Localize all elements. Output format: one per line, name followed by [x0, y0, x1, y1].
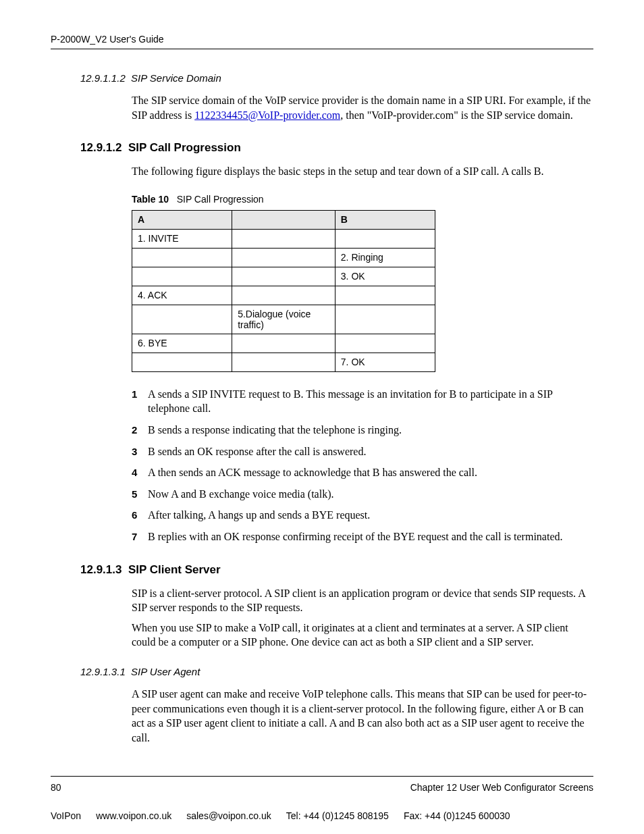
table-row: 7. OK — [132, 353, 435, 371]
cell — [335, 229, 435, 248]
cell — [132, 248, 232, 267]
list-item: B sends a response indicating that the t… — [132, 423, 593, 438]
para-client-server-2: When you use SIP to make a VoIP call, it… — [51, 621, 593, 650]
page-footer: 80 Chapter 12 User Web Configurator Scre… — [51, 776, 593, 793]
vendor-tel: Tel: +44 (0)1245 808195 — [286, 810, 389, 821]
list-item: B replies with an OK response confirming… — [132, 529, 593, 544]
list-item: B sends an OK response after the call is… — [132, 444, 593, 459]
heading-number: 12.9.1.1.2 — [80, 72, 126, 84]
page-number: 80 — [51, 782, 61, 793]
cell: 3. OK — [335, 267, 435, 286]
vendor-email: sales@voipon.co.uk — [186, 810, 271, 821]
list-item: After talking, A hangs up and sends a BY… — [132, 508, 593, 523]
table-row: 6. BYE — [132, 334, 435, 353]
para-client-server-1: SIP is a client-server protocol. A SIP c… — [51, 586, 593, 615]
table-header-row: A B — [132, 210, 435, 229]
list-item: A then sends an ACK message to acknowled… — [132, 465, 593, 480]
list-item: Now A and B exchange voice media (talk). — [132, 487, 593, 502]
cell — [232, 248, 336, 267]
cell — [232, 353, 336, 371]
vendor-fax: Fax: +44 (0)1245 600030 — [404, 810, 510, 821]
heading-text: SIP User Agent — [131, 666, 200, 677]
numbered-steps: A sends a SIP INVITE request to B. This … — [51, 387, 593, 544]
para-call-progression-intro: The following figure displays the basic … — [51, 164, 593, 179]
heading-sip-service-domain: 12.9.1.1.2 SIP Service Domain — [51, 72, 593, 84]
cell — [232, 229, 336, 248]
cell — [335, 305, 435, 334]
cell — [132, 305, 232, 334]
list-item: A sends a SIP INVITE request to B. This … — [132, 387, 593, 416]
cell: 5.Dialogue (voice traffic) — [232, 305, 336, 334]
heading-number: 12.9.1.3 — [80, 563, 122, 576]
col-b: B — [335, 210, 435, 229]
link-sip-address-example[interactable]: 1122334455@VoIP-provider.com — [194, 109, 340, 121]
heading-sip-client-server: 12.9.1.3 SIP Client Server — [51, 563, 593, 577]
table-sip-call-progression: A B 1. INVITE 2. Ringing 3. OK 4. ACK 5.… — [132, 210, 435, 372]
vendor-name: VoIPon — [51, 810, 81, 821]
heading-number: 12.9.1.2 — [80, 141, 122, 154]
table-row: 4. ACK — [132, 286, 435, 305]
cell — [232, 286, 336, 305]
cell — [232, 334, 336, 353]
cell: 7. OK — [335, 353, 435, 371]
running-header: P-2000W_V2 User's Guide — [51, 34, 593, 49]
cell: 6. BYE — [132, 334, 232, 353]
cell: 4. ACK — [132, 286, 232, 305]
vendor-url: www.voipon.co.uk — [96, 810, 171, 821]
heading-sip-user-agent: 12.9.1.3.1 SIP User Agent — [51, 666, 593, 677]
heading-text: SIP Service Domain — [131, 72, 221, 84]
cell — [132, 353, 232, 371]
para-user-agent: A SIP user agent can make and receive Vo… — [51, 687, 593, 745]
cell — [132, 267, 232, 286]
table-row: 2. Ringing — [132, 248, 435, 267]
table-title: SIP Call Progression — [177, 194, 264, 205]
col-a: A — [132, 210, 232, 229]
para-sip-service-domain: The SIP service domain of the VoIP servi… — [51, 93, 593, 122]
cell — [335, 334, 435, 353]
text: , then "VoIP-provider.com" is the SIP se… — [340, 109, 573, 121]
heading-sip-call-progression: 12.9.1.2 SIP Call Progression — [51, 141, 593, 155]
table-row: 1. INVITE — [132, 229, 435, 248]
table-label: Table 10 — [132, 194, 169, 205]
heading-number: 12.9.1.3.1 — [80, 666, 126, 677]
cell — [232, 267, 336, 286]
table-caption: Table 10 SIP Call Progression — [51, 194, 593, 205]
cell: 2. Ringing — [335, 248, 435, 267]
chapter-title: Chapter 12 User Web Configurator Screens — [410, 782, 593, 793]
col-mid — [232, 210, 336, 229]
table-row: 5.Dialogue (voice traffic) — [132, 305, 435, 334]
table-row: 3. OK — [132, 267, 435, 286]
cell — [335, 286, 435, 305]
heading-text: SIP Call Progression — [128, 141, 241, 154]
heading-text: SIP Client Server — [128, 563, 221, 576]
vendor-line: VoIPon www.voipon.co.uk sales@voipon.co.… — [51, 810, 593, 821]
cell: 1. INVITE — [132, 229, 232, 248]
